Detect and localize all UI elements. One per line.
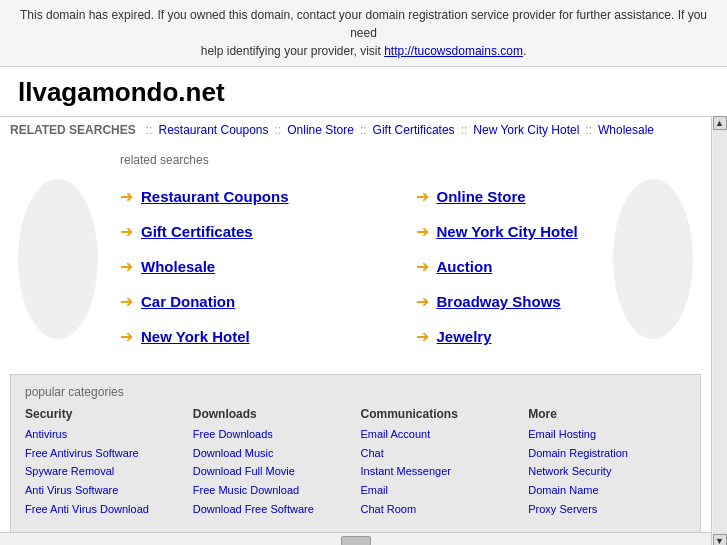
result-link-3[interactable]: Car Donation (141, 293, 235, 310)
arrow-icon-r3: ➔ (416, 292, 429, 311)
bottom-scrollbar[interactable] (0, 532, 711, 545)
scroll-track (713, 130, 727, 534)
related-searches-bar: RELATED SEARCHES :: Restaurant Coupons :… (0, 117, 711, 143)
sep1: :: (146, 123, 153, 137)
pop-cat-security-link-0[interactable]: Antivirus (25, 425, 183, 444)
related-bar-link-1[interactable]: Online Store (287, 123, 354, 137)
arrow-icon-4: ➔ (120, 327, 133, 346)
arrow-icon-3: ➔ (120, 292, 133, 311)
pop-cat-communications-link-2[interactable]: Instant Messenger (361, 462, 519, 481)
arrow-icon-r2: ➔ (416, 257, 429, 276)
pop-cat-downloads: Downloads Free Downloads Download Music … (193, 407, 351, 518)
result-item-0: ➔ Restaurant Coupons (120, 179, 386, 214)
sep3: :: (360, 123, 367, 137)
pop-cat-more-link-1[interactable]: Domain Registration (528, 444, 686, 463)
pop-cat-downloads-link-2[interactable]: Download Full Movie (193, 462, 351, 481)
search-results-section: related searches ➔ Restaurant Coupons ➔ … (0, 143, 711, 374)
scroll-thumb-horizontal[interactable] (341, 536, 371, 545)
sep5: :: (585, 123, 592, 137)
pop-cat-communications-link-4[interactable]: Chat Room (361, 500, 519, 519)
tucows-link[interactable]: http://tucowsdomains.com (384, 44, 523, 58)
pop-cat-security-link-1[interactable]: Free Antivirus Software (25, 444, 183, 463)
result-link-r1[interactable]: New York City Hotel (437, 223, 578, 240)
sep4: :: (461, 123, 468, 137)
related-searches-label: related searches (120, 153, 681, 167)
arrow-icon-1: ➔ (120, 222, 133, 241)
result-link-r2[interactable]: Auction (437, 258, 493, 275)
pop-cat-communications: Communications Email Account Chat Instan… (361, 407, 519, 518)
expired-notice: This domain has expired. If you owned th… (0, 0, 727, 67)
pop-cat-communications-heading: Communications (361, 407, 519, 421)
decorative-circle-right (613, 179, 693, 339)
pop-cat-more-link-2[interactable]: Network Security (528, 462, 686, 481)
scroll-down-arrow[interactable]: ▼ (713, 534, 727, 545)
arrow-icon-2: ➔ (120, 257, 133, 276)
popular-categories-section: popular categories Security Antivirus Fr… (10, 374, 701, 532)
results-left-col: ➔ Restaurant Coupons ➔ Gift Certificates… (120, 179, 386, 354)
notice-text2: help identifying your provider, visit (201, 44, 384, 58)
pop-cat-more: More Email Hosting Domain Registration N… (528, 407, 686, 518)
pop-cat-more-link-0[interactable]: Email Hosting (528, 425, 686, 444)
pop-cat-downloads-link-4[interactable]: Download Free Software (193, 500, 351, 519)
notice-text: This domain has expired. If you owned th… (20, 8, 707, 40)
pop-cat-security-link-4[interactable]: Free Anti Virus Download (25, 500, 183, 519)
result-item-4: ➔ New York Hotel (120, 319, 386, 354)
sep2: :: (275, 123, 282, 137)
arrow-icon-r0: ➔ (416, 187, 429, 206)
arrow-icon-r4: ➔ (416, 327, 429, 346)
pop-cat-more-heading: More (528, 407, 686, 421)
pop-cat-more-link-4[interactable]: Proxy Servers (528, 500, 686, 519)
pop-cat-security-link-3[interactable]: Anti Virus Software (25, 481, 183, 500)
result-link-4[interactable]: New York Hotel (141, 328, 250, 345)
right-scrollbar[interactable]: ▲ ▼ (711, 116, 727, 545)
result-item-2: ➔ Wholesale (120, 249, 386, 284)
result-item-1: ➔ Gift Certificates (120, 214, 386, 249)
pop-cat-downloads-link-3[interactable]: Free Music Download (193, 481, 351, 500)
arrow-icon-0: ➔ (120, 187, 133, 206)
result-link-r0[interactable]: Online Store (437, 188, 526, 205)
result-link-0[interactable]: Restaurant Coupons (141, 188, 289, 205)
result-item-3: ➔ Car Donation (120, 284, 386, 319)
domain-title: llvagamondo.net (0, 67, 727, 116)
pop-cat-security-heading: Security (25, 407, 183, 421)
results-grid: ➔ Restaurant Coupons ➔ Gift Certificates… (120, 179, 681, 354)
arrow-icon-r1: ➔ (416, 222, 429, 241)
related-bar-link-2[interactable]: Gift Certificates (373, 123, 455, 137)
pop-cat-downloads-link-0[interactable]: Free Downloads (193, 425, 351, 444)
related-bar-link-0[interactable]: Restaurant Coupons (158, 123, 268, 137)
popular-categories-label: popular categories (25, 385, 686, 399)
pop-cat-communications-link-3[interactable]: Email (361, 481, 519, 500)
pop-cat-security-link-2[interactable]: Spyware Removal (25, 462, 183, 481)
pop-cat-communications-link-0[interactable]: Email Account (361, 425, 519, 444)
result-link-1[interactable]: Gift Certificates (141, 223, 253, 240)
scroll-up-arrow[interactable]: ▲ (713, 116, 727, 130)
pop-cat-communications-link-1[interactable]: Chat (361, 444, 519, 463)
decorative-circle-left (18, 179, 98, 339)
pop-cat-downloads-heading: Downloads (193, 407, 351, 421)
related-bar-link-4[interactable]: Wholesale (598, 123, 654, 137)
related-bar-link-3[interactable]: New York City Hotel (473, 123, 579, 137)
pop-cat-downloads-link-1[interactable]: Download Music (193, 444, 351, 463)
result-link-r3[interactable]: Broadway Shows (437, 293, 561, 310)
pop-cat-security: Security Antivirus Free Antivirus Softwa… (25, 407, 183, 518)
popular-categories-grid: Security Antivirus Free Antivirus Softwa… (25, 407, 686, 518)
result-link-2[interactable]: Wholesale (141, 258, 215, 275)
result-link-r4[interactable]: Jewelry (437, 328, 492, 345)
related-bar-label: RELATED SEARCHES (10, 123, 136, 137)
pop-cat-more-link-3[interactable]: Domain Name (528, 481, 686, 500)
notice-period: . (523, 44, 526, 58)
